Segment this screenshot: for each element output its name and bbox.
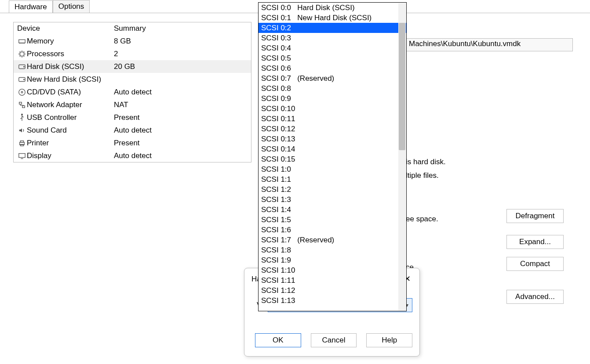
printer-icon bbox=[17, 139, 27, 147]
device-name: Network Adapter bbox=[27, 101, 114, 109]
svg-rect-0 bbox=[19, 40, 25, 43]
disk-file-field[interactable]: Machines\Kubuntu\Kubuntu.vmdk bbox=[406, 38, 573, 51]
dropdown-option[interactable]: SCSI 0:10 bbox=[259, 104, 406, 114]
device-row[interactable]: PrinterPresent bbox=[14, 137, 251, 149]
usb-icon bbox=[17, 114, 27, 122]
dropdown-option[interactable]: SCSI 0:13 bbox=[259, 134, 406, 144]
dropdown-option[interactable]: SCSI 1:1 bbox=[259, 174, 406, 184]
device-row[interactable]: DisplayAuto detect bbox=[14, 149, 251, 162]
device-row[interactable]: Hard Disk (SCSI)20 GB bbox=[14, 60, 251, 73]
device-summary: Auto detect bbox=[114, 88, 248, 97]
dropdown-option[interactable]: SCSI 1:12 bbox=[259, 285, 406, 296]
dropdown-option[interactable]: SCSI 0:12 bbox=[259, 124, 406, 134]
device-name: CD/DVD (SATA) bbox=[27, 88, 114, 97]
dropdown-option[interactable]: SCSI 0:0 Hard Disk (SCSI) bbox=[259, 3, 406, 13]
dropdown-option[interactable]: SCSI 1:3 bbox=[259, 195, 406, 205]
device-name: Hard Disk (SCSI) bbox=[27, 62, 114, 71]
svg-point-6 bbox=[19, 89, 25, 95]
dropdown-option[interactable]: SCSI 1:4 bbox=[259, 205, 406, 215]
device-list-header: Device Summary bbox=[14, 22, 251, 35]
tab-hardware[interactable]: Hardware bbox=[9, 0, 53, 13]
device-row[interactable]: Network AdapterNAT bbox=[14, 98, 251, 111]
dropdown-option[interactable]: SCSI 0:3 bbox=[259, 33, 406, 43]
help-button[interactable]: Help bbox=[366, 333, 412, 347]
dropdown-option[interactable]: SCSI 1:10 bbox=[259, 265, 406, 275]
dropdown-option[interactable]: SCSI 0:6 bbox=[259, 63, 406, 73]
cd-icon bbox=[17, 88, 27, 96]
memory-icon bbox=[17, 37, 27, 45]
dropdown-option[interactable]: SCSI 0:9 bbox=[259, 94, 406, 104]
device-row[interactable]: Sound CardAuto detect bbox=[14, 124, 251, 137]
device-summary: NAT bbox=[114, 101, 248, 109]
device-row[interactable]: CD/DVD (SATA)Auto detect bbox=[14, 86, 251, 98]
device-row[interactable]: Memory8 GB bbox=[14, 35, 251, 47]
svg-point-5 bbox=[24, 79, 25, 80]
dropdown-option[interactable]: SCSI 1:8 bbox=[259, 245, 406, 255]
device-summary: Present bbox=[114, 113, 248, 122]
device-name: Memory bbox=[27, 37, 114, 46]
tab-options[interactable]: Options bbox=[53, 0, 90, 13]
expand-button[interactable]: Expand... bbox=[506, 235, 564, 249]
device-name: Printer bbox=[27, 139, 114, 148]
svg-rect-14 bbox=[19, 153, 25, 157]
device-summary: 20 GB bbox=[114, 62, 248, 71]
svg-point-7 bbox=[21, 91, 23, 93]
dropdown-option[interactable]: SCSI 1:7 (Reserved) bbox=[259, 235, 406, 245]
dropdown-option[interactable]: SCSI 0:7 (Reserved) bbox=[259, 73, 406, 83]
dropdown-option[interactable]: SCSI 1:9 bbox=[259, 255, 406, 265]
dropdown-option[interactable]: SCSI 1:11 bbox=[259, 275, 406, 285]
device-summary: Auto detect bbox=[114, 151, 248, 160]
device-row[interactable]: Processors2 bbox=[14, 47, 251, 60]
tabs: Hardware Options bbox=[9, 0, 90, 13]
dropdown-option[interactable]: SCSI 1:5 bbox=[259, 215, 406, 225]
dropdown-option[interactable]: SCSI 0:2 bbox=[259, 23, 406, 33]
device-row[interactable]: New Hard Disk (SCSI) bbox=[14, 73, 251, 86]
device-summary: Present bbox=[114, 139, 248, 148]
device-name: Sound Card bbox=[27, 126, 114, 135]
disk-info-text: is hard disk. bbox=[406, 158, 446, 166]
device-name: Display bbox=[27, 151, 114, 160]
svg-rect-8 bbox=[19, 102, 22, 104]
svg-rect-1 bbox=[20, 52, 24, 56]
compact-button[interactable]: Compact bbox=[506, 257, 564, 271]
col-summary: Summary bbox=[114, 24, 248, 33]
device-list: Device Summary Memory8 GBProcessors2Hard… bbox=[13, 22, 251, 162]
disk-info-text: ee space. bbox=[406, 215, 438, 223]
dropdown-option[interactable]: SCSI 0:14 bbox=[259, 144, 406, 154]
device-name: New Hard Disk (SCSI) bbox=[27, 75, 114, 84]
svg-rect-9 bbox=[22, 105, 25, 108]
disk-icon bbox=[17, 63, 27, 71]
dropdown-option[interactable]: SCSI 1:2 bbox=[259, 184, 406, 195]
device-summary: 8 GB bbox=[114, 37, 248, 46]
svg-rect-13 bbox=[20, 144, 23, 146]
dropdown-option[interactable]: SCSI 0:1 New Hard Disk (SCSI) bbox=[259, 13, 406, 23]
net-icon bbox=[17, 101, 27, 109]
col-device: Device bbox=[17, 24, 114, 33]
scrollbar[interactable] bbox=[398, 3, 406, 310]
svg-rect-12 bbox=[20, 141, 23, 142]
dropdown-option[interactable]: SCSI 0:8 bbox=[259, 83, 406, 94]
cancel-button[interactable]: Cancel bbox=[311, 333, 357, 347]
dropdown-option[interactable]: SCSI 0:5 bbox=[259, 53, 406, 63]
disk-icon bbox=[17, 76, 27, 83]
defragment-button[interactable]: Defragment bbox=[506, 209, 564, 223]
device-name: USB Controller bbox=[27, 113, 114, 122]
ok-button[interactable]: OK bbox=[255, 333, 301, 347]
advanced-button[interactable]: Advanced... bbox=[506, 290, 564, 304]
dropdown-option[interactable]: SCSI 1:13 bbox=[259, 296, 406, 306]
dropdown-option[interactable]: SCSI 0:4 bbox=[259, 43, 406, 53]
sound-icon bbox=[17, 126, 27, 134]
device-name: Processors bbox=[27, 50, 114, 58]
display-icon bbox=[17, 152, 27, 160]
disk-info-text: ltiple files. bbox=[406, 171, 439, 180]
dropdown-option[interactable]: SCSI 1:6 bbox=[259, 225, 406, 235]
device-summary: Auto detect bbox=[114, 126, 248, 135]
svg-point-10 bbox=[22, 114, 23, 115]
svg-point-3 bbox=[24, 66, 25, 67]
dropdown-option[interactable]: SCSI 0:11 bbox=[259, 114, 406, 124]
scrollbar-thumb[interactable] bbox=[399, 23, 405, 150]
dropdown-option[interactable]: SCSI 0:15 bbox=[259, 154, 406, 164]
device-row[interactable]: USB ControllerPresent bbox=[14, 111, 251, 124]
dropdown-option[interactable]: SCSI 1:0 bbox=[259, 164, 406, 174]
scsi-node-dropdown-list: SCSI 0:0 Hard Disk (SCSI)SCSI 0:1 New Ha… bbox=[258, 2, 407, 311]
